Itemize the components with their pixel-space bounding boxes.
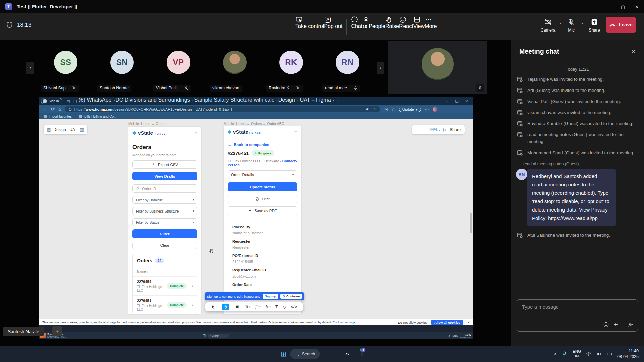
browser-tab[interactable]: Sample Salary Structure with calc ✕ (194, 97, 278, 105)
figma-file-chip[interactable]: ▦ Design - UAT ▥ (44, 125, 87, 134)
back-icon[interactable]: ← (43, 107, 47, 112)
frame-label[interactable]: Mobile: Home → Orders → Order ABC (224, 122, 284, 126)
tab-close-icon[interactable]: ✕ (276, 99, 278, 102)
share-button[interactable]: Share (586, 16, 603, 36)
meeting-chat-panel: Meeting chat ✕ Today 11:21 Tejas Ingle w… (511, 40, 644, 346)
figma-share-button[interactable]: Share (450, 127, 461, 132)
extensions-icon[interactable]: ◳ (384, 107, 388, 112)
hamburger-icon: ≡ (195, 130, 197, 136)
system-message-row: read.ai meeting notes (Guest) was invite… (517, 131, 638, 145)
participant-tile[interactable]: vikram chavan (207, 41, 263, 94)
tiles-next-button[interactable]: › (377, 62, 384, 74)
meeting-timer: 18:13 (6, 21, 32, 28)
favorite-item[interactable]: Import favorites (44, 115, 72, 118)
tray-mic-icon[interactable] (562, 351, 568, 357)
participant-tile[interactable]: SN Santosh Narate (94, 41, 150, 94)
invite-icon (517, 232, 523, 238)
mic-button[interactable]: Mic (564, 16, 579, 36)
browser-minimize-icon[interactable]: ─ (446, 99, 448, 103)
browser-signin-button[interactable]: Sign in (41, 98, 62, 104)
camera-chevron-down-icon[interactable]: ▾ (559, 21, 561, 25)
refresh-icon[interactable]: ⟳ (51, 107, 55, 112)
read-aloud-icon[interactable]: Aᵎ (366, 107, 369, 111)
presenter-name-label: Santosh Narate (3, 327, 44, 336)
participant-tile[interactable]: RK Ravindra K... (263, 41, 319, 94)
app-icon (306, 334, 310, 338)
participant-tile[interactable]: VP Vishal Patil ... (151, 41, 206, 94)
participant-tile[interactable]: SS Shivani Sup... (38, 41, 94, 94)
sign-up-button[interactable]: Sign up (263, 294, 278, 299)
figma-menu-icon[interactable]: ▦ (47, 127, 51, 132)
copilot-icon[interactable] (433, 107, 437, 112)
emoji-icon[interactable] (603, 322, 609, 328)
move-tool-icon[interactable] (211, 305, 215, 309)
participant-name: Vishal Patil ... (156, 86, 181, 90)
start-button[interactable]: ⊞ (280, 349, 286, 359)
print-button: Print (228, 195, 297, 203)
tab-close-icon[interactable]: ✕ (332, 99, 335, 102)
cookies-settings-link[interactable]: Cookies settings (333, 321, 355, 324)
order-field: Placed ByName of customer (232, 225, 292, 235)
figma-frame-order-detail[interactable]: ✲vStateFILINGS ≡ ←Back to companies #227… (224, 126, 301, 314)
participant-tile-speaker[interactable] (388, 41, 487, 94)
vertical-tabs-icon[interactable]: ▢ (73, 99, 77, 103)
deny-cookies-button[interactable]: Do not allow cookies (398, 321, 427, 324)
tab-close-icon[interactable]: ✕ (113, 99, 116, 102)
minimize-icon[interactable]: ─ (608, 4, 611, 9)
camera-button[interactable]: Camera (539, 16, 557, 36)
favorite-star-icon[interactable]: ☆ (373, 107, 376, 111)
zoom-level[interactable]: 94% ▾ (429, 127, 440, 132)
language-indicator[interactable]: ENGIN (573, 349, 581, 359)
tab-close-icon[interactable]: ✕ (192, 99, 194, 102)
new-tab-button[interactable]: + (338, 98, 340, 104)
browser-tab[interactable]: DC Divisions and Surroundings ✕ (115, 97, 194, 105)
notification-badge: 1 (361, 347, 366, 352)
cookie-close-icon[interactable]: ✕ (467, 321, 470, 324)
order-row: 2279454TL Flex Holdings LLC Complete › (133, 276, 197, 295)
participant-tile[interactable]: RN read.ai mee... (320, 41, 375, 94)
chat-close-icon[interactable]: ✕ (631, 49, 635, 55)
system-clock[interactable]: 11:4008-04-2025 (617, 348, 639, 360)
volume-icon[interactable] (596, 351, 602, 357)
browser-maximize-icon[interactable]: ▢ (455, 99, 458, 103)
order-field: RequesterRequester (232, 239, 292, 249)
taskbar-search[interactable]: Search (290, 349, 320, 359)
browser-close-icon[interactable]: ✕ (465, 99, 468, 103)
chat-message-input[interactable]: Type a message + (517, 299, 638, 332)
attach-plus-icon[interactable]: + (614, 322, 618, 328)
layout-panel-icon[interactable]: ▥ (80, 127, 84, 132)
present-icon[interactable]: ▷ (443, 127, 446, 132)
close-icon[interactable]: ✕ (635, 4, 639, 9)
google-continue-button[interactable]: GContinue (280, 294, 302, 299)
wifi-icon[interactable] (586, 351, 591, 357)
collections-icon[interactable]: ▤ (67, 99, 70, 103)
hand-tool-icon[interactable] (222, 304, 229, 310)
system-message-text: Atul Salunkhe was invited to the meeting… (527, 232, 610, 239)
tiles-prev-button[interactable]: ‹ (26, 62, 34, 74)
collaborator-avatar[interactable]: A (419, 126, 426, 133)
address-bar[interactable]: https://www.figma.com/design/9BKQ0FOHRWa… (65, 106, 380, 112)
send-icon[interactable] (628, 322, 634, 328)
favorite-item[interactable]: Bills | Billing and Co... (79, 115, 117, 118)
maximize-icon[interactable]: ▢ (621, 4, 625, 9)
mic-chevron-down-icon[interactable]: ▾ (581, 21, 583, 25)
frame-label[interactable]: Mobile: Home → Orders (128, 122, 166, 126)
favorites-bar-icon[interactable]: ☆ (391, 107, 395, 112)
canvas-scrollbar[interactable] (470, 213, 472, 233)
browser-menu-icon[interactable]: ⋯ (425, 107, 429, 112)
browser-update-button[interactable]: Update♥ (399, 107, 421, 112)
browser-tab[interactable]: (6) WhatsApp ✕ (78, 97, 115, 105)
figma-canvas[interactable]: Mobile: Home → Orders Mobile: Home → Ord… (39, 119, 473, 319)
filter-dropdown: Filter by Domicile▾ (132, 196, 197, 204)
stage-zoom-button[interactable]: + (52, 326, 62, 336)
battery-icon[interactable] (607, 351, 612, 357)
sender-avatar[interactable]: RN (516, 169, 527, 180)
window-more-icon[interactable]: ⋯ (593, 4, 598, 9)
figma-frame-orders[interactable]: ✲vStateFILINGS ≡ Orders Manage all your … (128, 127, 201, 314)
leave-button[interactable]: Leave (606, 17, 636, 33)
browser-tab[interactable]: Design - UAT – Figma ✕ (278, 97, 335, 105)
participant-name: vikram chavan (212, 86, 239, 90)
tray-expand-icon[interactable]: ∧ (554, 352, 557, 356)
allow-cookies-button[interactable]: Allow all cookies (431, 320, 463, 325)
home-icon[interactable]: ⌂ (58, 107, 61, 112)
